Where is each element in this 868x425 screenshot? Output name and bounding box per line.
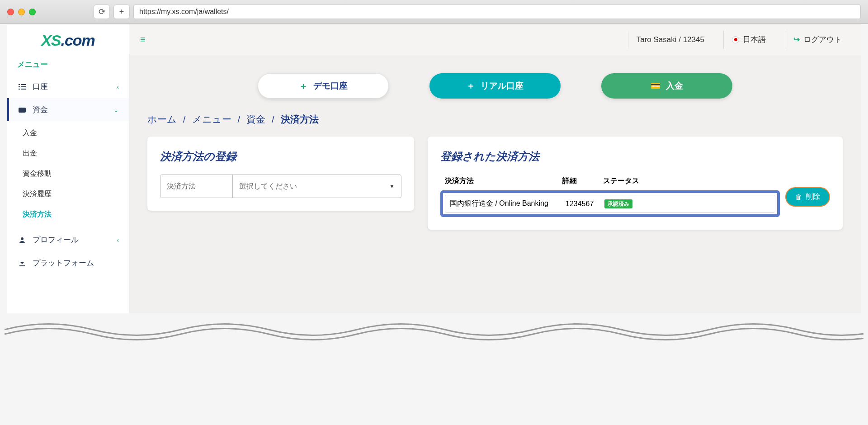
delete-button[interactable]: 🗑 削除 [785,187,830,207]
plus-icon: ＋ [299,80,308,92]
reload-button[interactable]: ⟳ [94,5,110,19]
breadcrumb-sep: / [237,114,240,124]
svg-rect-2 [19,86,20,87]
close-window-icon[interactable] [7,9,14,15]
payment-method-select[interactable]: 選択してください ▼ [233,175,401,198]
sidebar-item-platform[interactable]: プラットフォーム [7,251,129,274]
payment-method-select-row: 決済方法 選択してください ▼ [160,175,401,198]
topbar: ≡ Taro Sasaki / 12345 日本語 ↪ ログアウト [129,24,861,55]
funds-submenu: 入金 出金 資金移動 決済履歴 決済方法 [7,121,129,228]
language-selector[interactable]: 日本語 [723,31,774,49]
sidebar-item-label: プラットフォーム [33,258,94,268]
logo-xs: XS [41,32,61,49]
app-frame: XS.com メニュー 口座 ‹ 資金 ⌄ 入金 出金 資金移動 決済履歴 決済… [7,24,861,313]
sidebar-item-label: プロフィール [33,235,79,245]
trash-icon: 🗑 [795,193,802,201]
new-tab-button[interactable]: + [113,5,130,19]
card-title: 決済方法の登録 [160,149,401,164]
status-badge: 承認済み [604,199,632,208]
caret-down-icon: ▼ [389,183,395,189]
flag-jp-icon [732,36,739,43]
cards-row: 決済方法の登録 決済方法 選択してください ▼ 登録された決済方法 決済方法 詳… [129,137,861,248]
real-label: リアル口座 [481,80,524,92]
breadcrumb-sep: / [183,114,186,124]
select-placeholder: 選択してください [239,182,297,191]
svg-rect-0 [19,84,20,85]
td-detail: 1234567 [566,200,604,208]
sub-item-withdraw[interactable]: 出金 [7,143,129,164]
wave-decoration [5,316,863,343]
sub-item-deposit[interactable]: 入金 [7,123,129,143]
menu-heading: メニュー [7,56,129,75]
logout-button[interactable]: ↪ ログアウト [785,31,850,49]
card-title: 登録された決済方法 [440,149,830,164]
card-icon: 💳 [651,81,660,91]
th-status: ステータス [603,176,775,186]
demo-label: デモ口座 [313,80,348,92]
sub-item-history[interactable]: 決済履歴 [7,184,129,204]
td-status: 承認済み [604,199,770,208]
breadcrumb-menu[interactable]: メニュー [192,114,231,124]
svg-rect-3 [21,86,26,87]
sub-item-payment-methods[interactable]: 決済方法 [7,204,129,225]
list-icon [17,83,27,90]
sub-item-transfer[interactable]: 資金移動 [7,164,129,184]
hamburger-icon[interactable]: ≡ [140,34,146,45]
breadcrumb-home[interactable]: ホーム [147,114,177,124]
payment-table: 決済方法 詳細 ステータス 国内銀行送金 / Online Banking 12… [440,175,780,217]
url-bar[interactable]: https://my.xs.com/ja/wallets/ [133,5,861,19]
minimize-window-icon[interactable] [18,9,25,15]
payment-table-wrap: 決済方法 詳細 ステータス 国内銀行送金 / Online Banking 12… [440,175,830,217]
sidebar-item-funds[interactable]: 資金 ⌄ [7,98,129,121]
delete-label: 削除 [806,192,820,202]
real-account-button[interactable]: ＋ リアル口座 [429,73,561,99]
svg-rect-4 [19,89,20,90]
logout-icon: ↪ [793,35,800,44]
register-payment-card: 決済方法の登録 決済方法 選択してください ▼ [147,137,414,211]
chevron-left-icon: ‹ [117,83,119,90]
chevron-left-icon: ‹ [117,236,119,244]
download-icon [17,260,27,267]
demo-account-button[interactable]: ＋ デモ口座 [258,73,389,99]
td-method: 国内銀行送金 / Online Banking [450,199,566,208]
main-content: ≡ Taro Sasaki / 12345 日本語 ↪ ログアウト ＋ デモ口座… [129,24,861,313]
sidebar-item-accounts[interactable]: 口座 ‹ [7,75,129,98]
sidebar: XS.com メニュー 口座 ‹ 資金 ⌄ 入金 出金 資金移動 決済履歴 決済… [7,24,129,313]
maximize-window-icon[interactable] [29,9,36,15]
breadcrumb-sep: / [272,114,274,124]
sidebar-item-label: 口座 [33,81,48,92]
sidebar-item-label: 資金 [33,104,48,115]
table-row-highlight: 国内銀行送金 / Online Banking 1234567 承認済み [440,190,780,217]
user-info[interactable]: Taro Sasaki / 12345 [628,31,712,49]
browser-chrome: ⟳ + https://my.xs.com/ja/wallets/ [0,0,868,24]
logo-com: .com [61,32,95,49]
svg-point-7 [21,237,24,240]
wallet-icon [17,106,27,113]
chevron-down-icon: ⌄ [113,106,119,113]
svg-rect-6 [19,108,26,113]
breadcrumb: ホーム / メニュー / 資金 / 決済方法 [129,111,861,137]
deposit-button[interactable]: 💳 入金 [601,73,732,99]
sidebar-item-profile[interactable]: プロフィール ‹ [7,228,129,251]
field-label: 決済方法 [160,175,233,198]
plus-icon: ＋ [467,80,475,92]
th-method: 決済方法 [445,176,562,186]
breadcrumb-funds[interactable]: 資金 [246,114,265,124]
logo[interactable]: XS.com [7,27,129,56]
action-row: ＋ デモ口座 ＋ リアル口座 💳 入金 [129,55,861,111]
deposit-label: 入金 [666,80,683,92]
breadcrumb-current: 決済方法 [281,114,319,124]
user-icon [17,236,27,244]
window-controls [7,9,36,15]
registered-payment-card: 登録された決済方法 決済方法 詳細 ステータス 国内銀行送金 / Online … [428,137,843,230]
table-header: 決済方法 詳細 ステータス [440,175,780,190]
svg-rect-1 [21,84,26,85]
table-row[interactable]: 国内銀行送金 / Online Banking 1234567 承認済み [445,195,775,212]
th-detail: 詳細 [562,176,603,186]
language-label: 日本語 [743,34,766,45]
logout-label: ログアウト [803,34,842,45]
svg-rect-5 [21,89,26,90]
